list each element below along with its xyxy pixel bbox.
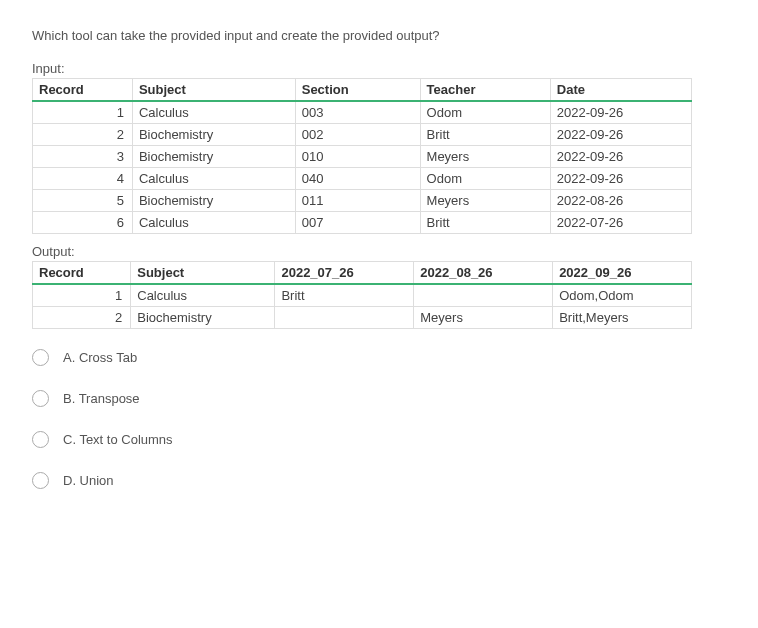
table-row: 2 Biochemistry 002 Britt 2022-09-26: [33, 124, 692, 146]
cell-section: 002: [295, 124, 420, 146]
cell-subject: Calculus: [132, 168, 295, 190]
cell-teacher: Britt: [420, 212, 550, 234]
cell-section: 007: [295, 212, 420, 234]
table-header-row: Record Subject Section Teacher Date: [33, 79, 692, 102]
cell-record: 1: [33, 284, 131, 307]
table-row: 1 Calculus Britt Odom,Odom: [33, 284, 692, 307]
cell-subject: Calculus: [132, 212, 295, 234]
cell-d1: Britt: [275, 284, 414, 307]
option-label: C. Text to Columns: [63, 432, 173, 447]
option-c[interactable]: C. Text to Columns: [32, 431, 726, 448]
cell-subject: Biochemistry: [132, 190, 295, 212]
table-row: 5 Biochemistry 011 Meyers 2022-08-26: [33, 190, 692, 212]
cell-section: 040: [295, 168, 420, 190]
cell-record: 3: [33, 146, 133, 168]
output-label: Output:: [32, 244, 726, 259]
cell-record: 5: [33, 190, 133, 212]
cell-date: 2022-08-26: [550, 190, 691, 212]
cell-record: 1: [33, 101, 133, 124]
table-row: 2 Biochemistry Meyers Britt,Meyers: [33, 307, 692, 329]
col-date: Date: [550, 79, 691, 102]
output-table: Record Subject 2022_07_26 2022_08_26 202…: [32, 261, 692, 329]
cell-subject: Biochemistry: [132, 146, 295, 168]
input-table: Record Subject Section Teacher Date 1 Ca…: [32, 78, 692, 234]
cell-teacher: Britt: [420, 124, 550, 146]
table-row: 4 Calculus 040 Odom 2022-09-26: [33, 168, 692, 190]
cell-record: 6: [33, 212, 133, 234]
cell-d3: Odom,Odom: [553, 284, 692, 307]
cell-section: 010: [295, 146, 420, 168]
col-section: Section: [295, 79, 420, 102]
cell-d2: Meyers: [414, 307, 553, 329]
table-row: 3 Biochemistry 010 Meyers 2022-09-26: [33, 146, 692, 168]
cell-record: 2: [33, 124, 133, 146]
cell-date: 2022-09-26: [550, 101, 691, 124]
col-subject: Subject: [131, 262, 275, 285]
cell-d1: [275, 307, 414, 329]
cell-subject: Calculus: [132, 101, 295, 124]
table-row: 1 Calculus 003 Odom 2022-09-26: [33, 101, 692, 124]
radio-icon: [32, 390, 49, 407]
cell-date: 2022-07-26: [550, 212, 691, 234]
table-header-row: Record Subject 2022_07_26 2022_08_26 202…: [33, 262, 692, 285]
option-b[interactable]: B. Transpose: [32, 390, 726, 407]
col-d1: 2022_07_26: [275, 262, 414, 285]
col-record: Record: [33, 262, 131, 285]
cell-teacher: Meyers: [420, 190, 550, 212]
cell-record: 2: [33, 307, 131, 329]
col-d2: 2022_08_26: [414, 262, 553, 285]
cell-subject: Biochemistry: [131, 307, 275, 329]
option-a[interactable]: A. Cross Tab: [32, 349, 726, 366]
table-row: 6 Calculus 007 Britt 2022-07-26: [33, 212, 692, 234]
cell-section: 003: [295, 101, 420, 124]
cell-section: 011: [295, 190, 420, 212]
question-text: Which tool can take the provided input a…: [32, 28, 726, 43]
option-label: A. Cross Tab: [63, 350, 137, 365]
col-record: Record: [33, 79, 133, 102]
cell-date: 2022-09-26: [550, 146, 691, 168]
cell-teacher: Meyers: [420, 146, 550, 168]
option-label: D. Union: [63, 473, 114, 488]
col-teacher: Teacher: [420, 79, 550, 102]
radio-icon: [32, 472, 49, 489]
option-d[interactable]: D. Union: [32, 472, 726, 489]
answer-options: A. Cross Tab B. Transpose C. Text to Col…: [32, 349, 726, 489]
cell-date: 2022-09-26: [550, 168, 691, 190]
col-d3: 2022_09_26: [553, 262, 692, 285]
col-subject: Subject: [132, 79, 295, 102]
cell-d2: [414, 284, 553, 307]
input-label: Input:: [32, 61, 726, 76]
radio-icon: [32, 431, 49, 448]
cell-teacher: Odom: [420, 101, 550, 124]
option-label: B. Transpose: [63, 391, 140, 406]
cell-record: 4: [33, 168, 133, 190]
cell-subject: Calculus: [131, 284, 275, 307]
cell-date: 2022-09-26: [550, 124, 691, 146]
cell-teacher: Odom: [420, 168, 550, 190]
cell-subject: Biochemistry: [132, 124, 295, 146]
radio-icon: [32, 349, 49, 366]
cell-d3: Britt,Meyers: [553, 307, 692, 329]
